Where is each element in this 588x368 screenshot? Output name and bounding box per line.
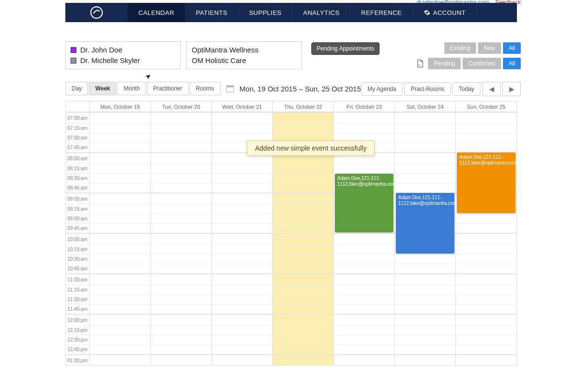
prev-week-button[interactable]: ◀ — [482, 82, 501, 96]
time-slot[interactable] — [395, 174, 455, 183]
time-slot[interactable] — [273, 214, 333, 224]
time-slot[interactable] — [395, 133, 455, 143]
nav-tab-analytics[interactable]: ANALYTICS — [293, 3, 351, 22]
time-slot[interactable] — [151, 112, 211, 124]
next-week-button[interactable]: ▶ — [502, 82, 521, 96]
time-slot[interactable] — [334, 112, 394, 124]
day-column[interactable] — [150, 112, 211, 365]
time-slot[interactable] — [273, 164, 333, 174]
time-slot[interactable] — [334, 285, 394, 295]
time-slot[interactable] — [273, 274, 333, 285]
time-slot[interactable] — [151, 314, 211, 326]
time-slot[interactable] — [334, 164, 394, 174]
time-slot[interactable] — [456, 305, 516, 314]
time-slot[interactable] — [90, 335, 150, 345]
time-slot[interactable] — [90, 152, 150, 164]
time-slot[interactable] — [151, 295, 211, 305]
time-slot[interactable] — [456, 214, 516, 224]
time-slot[interactable] — [334, 305, 394, 314]
time-slot[interactable] — [90, 204, 150, 214]
practitioner-row[interactable]: Dr. John Doe — [71, 45, 175, 55]
time-slot[interactable] — [273, 183, 333, 193]
time-slot[interactable] — [273, 254, 333, 264]
time-slot[interactable] — [395, 152, 455, 164]
time-slot[interactable] — [90, 274, 150, 285]
time-slot[interactable] — [151, 193, 211, 204]
time-slot[interactable] — [395, 164, 455, 174]
calendar-event[interactable]: Adam Doe,121-111-1112,fake@optimantra.co… — [396, 193, 454, 254]
time-slot[interactable] — [212, 204, 272, 214]
practitioner-filter-box[interactable]: Dr. John DoeDr. Michelle Skyler — [65, 41, 181, 69]
time-slot[interactable] — [90, 355, 150, 365]
time-slot[interactable] — [151, 204, 211, 214]
time-slot[interactable] — [456, 233, 516, 245]
time-slot[interactable] — [273, 314, 333, 326]
time-slot[interactable] — [90, 174, 150, 183]
time-slot[interactable] — [273, 112, 333, 124]
time-slot[interactable] — [273, 326, 333, 335]
time-slot[interactable] — [90, 164, 150, 174]
time-slot[interactable] — [456, 112, 516, 124]
time-slot[interactable] — [395, 143, 455, 152]
time-slot[interactable] — [151, 326, 211, 335]
time-slot[interactable] — [90, 345, 150, 355]
time-slot[interactable] — [456, 254, 516, 264]
time-slot[interactable] — [395, 183, 455, 193]
time-slot[interactable] — [273, 345, 333, 355]
time-slot[interactable] — [151, 124, 211, 133]
time-slot[interactable] — [334, 314, 394, 326]
nav-tab-account[interactable]: ACCOUNT — [413, 3, 477, 22]
time-slot[interactable] — [334, 355, 394, 365]
time-slot[interactable] — [273, 204, 333, 214]
time-slot[interactable] — [456, 264, 516, 274]
time-slot[interactable] — [90, 254, 150, 264]
time-slot[interactable] — [90, 305, 150, 314]
view-today[interactable]: Today — [453, 82, 480, 96]
pdf-export-icon[interactable]: ✎ — [416, 58, 424, 69]
nav-tab-supplies[interactable]: SUPPLIES — [238, 3, 293, 22]
time-slot[interactable] — [151, 214, 211, 224]
time-slot[interactable] — [212, 164, 272, 174]
time-slot[interactable] — [212, 345, 272, 355]
time-slot[interactable] — [212, 193, 272, 204]
view-day[interactable]: Day — [65, 82, 88, 95]
location-row[interactable]: OptiMantra Wellness — [192, 45, 296, 55]
time-slot[interactable] — [395, 305, 455, 314]
time-slot[interactable] — [395, 345, 455, 355]
time-slot[interactable] — [334, 295, 394, 305]
time-slot[interactable] — [395, 355, 455, 365]
time-slot[interactable] — [334, 124, 394, 133]
time-slot[interactable] — [273, 305, 333, 314]
time-slot[interactable] — [456, 326, 516, 335]
calendar-event[interactable]: Adam Doe,121-111-1112,fake@optimantra.co… — [335, 174, 393, 232]
calendar-event[interactable]: Adam Doe,121-111-1112,fake@optimantra.co… — [457, 152, 515, 213]
time-slot[interactable] — [90, 264, 150, 274]
time-slot[interactable] — [151, 335, 211, 345]
time-slot[interactable] — [395, 314, 455, 326]
time-slot[interactable] — [90, 214, 150, 224]
view-month[interactable]: Month — [117, 82, 146, 95]
time-slot[interactable] — [212, 305, 272, 314]
filter-status-all[interactable]: All — [503, 58, 521, 69]
time-slot[interactable] — [456, 124, 516, 133]
time-slot[interactable] — [212, 335, 272, 345]
time-slot[interactable] — [151, 174, 211, 183]
time-slot[interactable] — [395, 254, 455, 264]
time-slot[interactable] — [273, 335, 333, 345]
filter-status-confirmed[interactable]: Confirmed — [463, 58, 501, 69]
time-slot[interactable] — [90, 295, 150, 305]
time-slot[interactable] — [456, 285, 516, 295]
time-slot[interactable] — [273, 355, 333, 365]
time-slot[interactable] — [456, 345, 516, 355]
time-slot[interactable] — [151, 305, 211, 314]
brand-logo[interactable] — [65, 3, 128, 22]
time-slot[interactable] — [151, 152, 211, 164]
time-slot[interactable] — [90, 314, 150, 326]
time-slot[interactable] — [90, 143, 150, 152]
time-slot[interactable] — [90, 233, 150, 245]
time-slot[interactable] — [151, 355, 211, 365]
pending-appointments-button[interactable]: Pending Appointments — [311, 42, 380, 55]
filter-type-all[interactable]: All — [503, 42, 521, 54]
time-slot[interactable] — [273, 285, 333, 295]
time-slot[interactable] — [90, 193, 150, 204]
